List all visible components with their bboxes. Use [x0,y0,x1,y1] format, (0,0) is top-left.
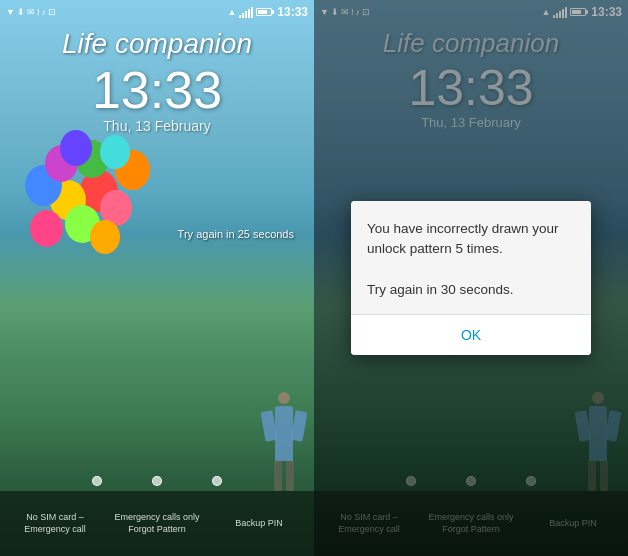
pattern-dots [0,476,314,486]
signal-bars [239,7,253,18]
alert-icon: ! [37,7,40,17]
wifi-icon: ▲ [227,7,236,17]
ok-button[interactable]: OK [351,315,591,355]
no-sim-emergency-left[interactable]: No SIM card –Emergency call [4,512,106,535]
notification-icon: ▼ [6,7,15,17]
left-phone-screen: ▼ ⬇ ✉ ! ♪ ⊡ ▲ 13:33 [0,0,314,556]
status-bar-left: ▼ ⬇ ✉ ! ♪ ⊡ ▲ 13:33 [0,0,314,24]
forgot-pattern-left[interactable]: Emergency calls onlyForgot Pattern [106,512,208,535]
gmail-icon: ✉ [27,7,35,17]
clock-left: 13:33 [0,64,314,116]
download-icon: ⬇ [17,7,25,17]
balloons-image [20,130,180,330]
status-icons-left: ▼ ⬇ ✉ ! ♪ ⊡ [6,7,56,17]
status-time-left: 13:33 [277,5,308,19]
bottom-bar-left: No SIM card –Emergency call Emergency ca… [0,491,314,556]
error-dialog: You have incorrectly drawn your unlock p… [351,201,591,355]
right-phone-screen: ▼ ⬇ ✉ ! ♪ ⊡ ▲ 13:33 [314,0,628,556]
dot-1 [92,476,102,486]
tagline-left: Life companion [0,28,314,60]
battery-icon [256,7,274,17]
dot-2 [152,476,162,486]
lock-content-left: Life companion 13:33 Thu, 13 February [0,28,314,134]
screenshot-icon: ⊡ [48,7,56,17]
backup-pin-left[interactable]: Backup PIN [208,518,310,530]
music-icon: ♪ [41,7,46,17]
date-left: Thu, 13 February [0,118,314,134]
dot-3 [212,476,222,486]
dialog-overlay: You have incorrectly drawn your unlock p… [314,0,628,556]
dialog-message: You have incorrectly drawn your unlock p… [351,201,591,314]
status-icons-right: ▲ 13:33 [227,5,308,19]
try-again-message: Try again in 25 seconds [178,228,294,240]
